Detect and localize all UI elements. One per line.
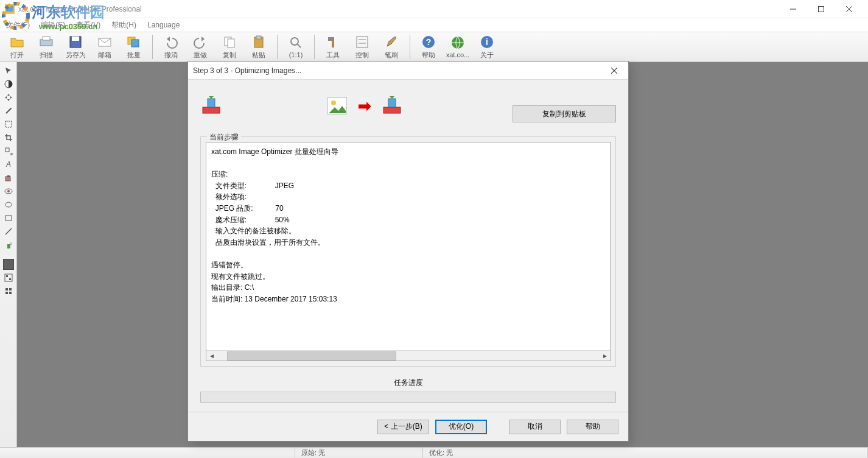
zoom-button[interactable]: (1:1) — [281, 33, 310, 61]
minimize-button[interactable] — [779, 0, 807, 18]
optimize-dialog: Step 3 of 3 - Optimizing Images... ➡ — [187, 61, 629, 442]
open-button[interactable]: 打开 — [2, 33, 32, 61]
dialog-titlebar[interactable]: Step 3 of 3 - Optimizing Images... — [188, 62, 628, 80]
undo-icon — [164, 35, 178, 49]
paste-button[interactable]: 粘贴 — [244, 33, 273, 61]
mail-button[interactable]: 邮箱 — [90, 33, 119, 61]
about-button[interactable]: i关于 — [472, 33, 502, 61]
svg-point-38 — [7, 190, 10, 192]
ellipse-tool[interactable] — [2, 199, 15, 211]
horizontal-scrollbar[interactable]: ◂ ▸ — [206, 350, 610, 361]
clone-tool[interactable] — [2, 172, 15, 184]
scroll-right-icon[interactable]: ▸ — [600, 351, 610, 361]
arrow-right-icon: ➡ — [358, 97, 370, 116]
svg-point-39 — [5, 202, 12, 207]
magnify-icon — [289, 35, 303, 50]
svg-rect-42 — [7, 244, 10, 248]
dialog-help-button[interactable]: 帮助 — [567, 420, 618, 434]
optimize-button[interactable]: 优化(O) — [435, 420, 487, 434]
saveas-button[interactable]: 另存为 — [61, 33, 90, 61]
more-tool[interactable] — [2, 285, 15, 297]
svg-line-18 — [297, 44, 301, 48]
copy-button[interactable]: 复制 — [215, 33, 244, 61]
close-button[interactable] — [835, 0, 863, 18]
info-icon: i — [480, 35, 494, 49]
redeye-tool[interactable] — [2, 185, 15, 197]
svg-point-43 — [10, 242, 11, 243]
statusbar: 原始: 无 优化: 无 — [0, 447, 868, 458]
scrollbar-thumb[interactable] — [227, 351, 396, 361]
tools-button[interactable]: 工具 — [318, 33, 348, 61]
dialog-body: ➡ 复制到剪贴板 当前步骤 xat.com Image Optimizer 批量… — [188, 80, 628, 414]
compress-result-icon — [381, 96, 403, 116]
svg-rect-49 — [9, 278, 11, 280]
undo-button[interactable]: 撤消 — [156, 33, 186, 61]
rect-select-tool[interactable] — [2, 118, 15, 130]
copy-clipboard-button[interactable]: 复制到剪贴板 — [513, 105, 616, 122]
svg-text:A: A — [5, 160, 10, 169]
text-tool[interactable]: A — [2, 158, 15, 171]
svg-rect-57 — [208, 99, 215, 107]
svg-point-44 — [11, 244, 12, 244]
cancel-button[interactable]: 取消 — [509, 420, 561, 434]
scanner-icon — [39, 35, 54, 49]
main-toolbar: 打开 扫描 另存为 邮箱 批量 撤消 重做 复制 粘贴 (1:1) 工具 控制 … — [0, 32, 868, 62]
maximize-button[interactable] — [807, 0, 835, 18]
svg-text:i: i — [486, 37, 488, 47]
scan-button[interactable]: 扫描 — [32, 33, 61, 61]
status-optimize: 优化: 无 — [423, 448, 868, 458]
control-button[interactable]: 控制 — [348, 33, 377, 61]
redo-icon — [193, 35, 208, 49]
svg-rect-50 — [5, 288, 8, 291]
svg-text:?: ? — [426, 37, 432, 47]
image-icon — [327, 97, 347, 114]
pointer-tool[interactable] — [2, 65, 15, 77]
rect-tool[interactable] — [2, 212, 15, 224]
svg-rect-53 — [9, 292, 12, 294]
svg-rect-33 — [5, 148, 9, 152]
help-button[interactable]: ?帮助 — [414, 33, 443, 61]
sliders-icon — [355, 35, 369, 49]
help-icon: ? — [421, 35, 436, 49]
log-content: xat.com Image Optimizer 批量处理向导 压缩: 文件类型:… — [211, 146, 605, 305]
xat-button[interactable]: xat.co... — [443, 33, 472, 61]
svg-rect-20 — [332, 40, 334, 48]
resize-tool[interactable] — [2, 145, 15, 157]
save-icon — [68, 35, 83, 49]
log-textarea[interactable]: xat.com Image Optimizer 批量处理向导 压缩: 文件类型:… — [206, 142, 611, 361]
back-button[interactable]: < 上一步(B) — [377, 420, 429, 434]
spray-tool[interactable] — [2, 239, 15, 251]
crop-tool[interactable] — [2, 132, 15, 144]
status-original: 原始: 无 — [295, 448, 423, 458]
menu-help[interactable]: 帮助(H) — [109, 19, 139, 32]
dialog-close-button[interactable] — [605, 62, 623, 79]
svg-rect-16 — [256, 36, 261, 39]
svg-rect-60 — [383, 107, 401, 113]
menu-language[interactable]: Language — [145, 19, 182, 30]
scroll-left-icon[interactable]: ◂ — [206, 351, 217, 361]
brush-icon — [384, 35, 399, 49]
mail-icon — [97, 35, 112, 49]
wand-tool[interactable] — [2, 105, 15, 117]
line-tool[interactable] — [2, 225, 15, 238]
redo-button[interactable]: 重做 — [186, 33, 215, 61]
svg-line-41 — [5, 228, 12, 234]
app-title: xat.com Image Optimizer Professional — [18, 5, 779, 13]
move-tool[interactable] — [2, 91, 15, 104]
svg-rect-51 — [9, 288, 12, 291]
batch-button[interactable]: 批量 — [119, 33, 149, 61]
svg-rect-36 — [7, 175, 10, 177]
menubar: 文件(F) 编辑(E) 查看(V) 帮助(H) Language — [0, 18, 868, 32]
svg-rect-7 — [43, 37, 50, 40]
menu-edit[interactable]: 编辑(E) — [38, 19, 68, 32]
contrast-tool[interactable] — [2, 78, 15, 90]
menu-file[interactable]: 文件(F) — [4, 19, 32, 32]
svg-rect-32 — [5, 121, 12, 127]
progress-bar — [200, 392, 616, 403]
color-swatch[interactable] — [2, 258, 15, 270]
menu-view[interactable]: 查看(V) — [74, 19, 103, 32]
brush-button[interactable]: 笔刷 — [377, 33, 406, 61]
svg-rect-35 — [5, 177, 10, 181]
pattern-tool[interactable] — [2, 272, 15, 284]
svg-rect-56 — [203, 107, 220, 113]
